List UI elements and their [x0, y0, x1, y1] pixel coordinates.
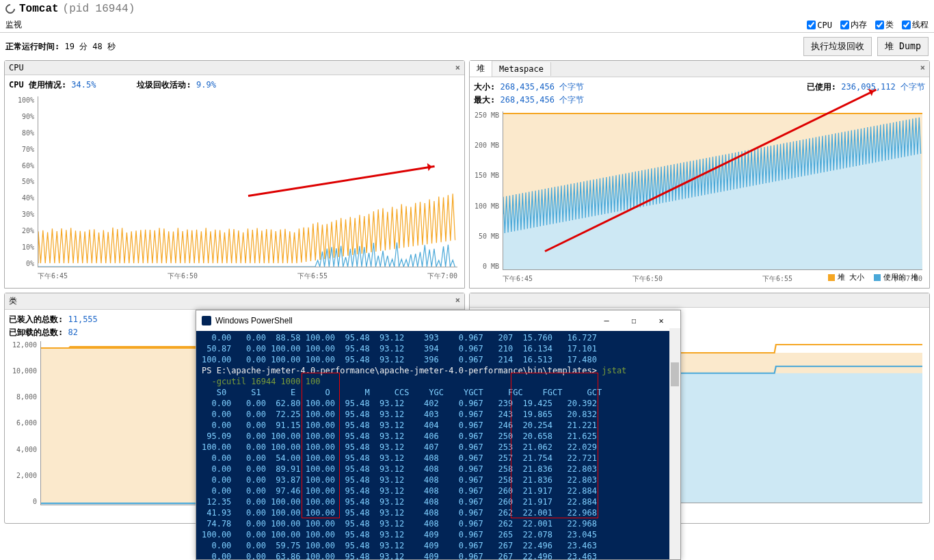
checkbox-class[interactable]: 类 — [875, 19, 894, 31]
info-bar: 正常运行时间: 19 分 48 秒 执行垃圾回收 堆 Dump — [0, 33, 934, 60]
powershell-window[interactable]: Windows PowerShell — ☐ ✕ 0.00 0.00 88.58… — [196, 310, 681, 560]
checkbox-mem[interactable]: 内存 — [840, 19, 867, 31]
cpu-title: CPU — [9, 63, 24, 72]
maximize-button[interactable]: ☐ — [620, 313, 648, 328]
checkbox-thread[interactable]: 线程 — [902, 19, 929, 31]
menu-monitor[interactable]: 监视 — [5, 19, 22, 31]
powershell-title-text: Windows PowerShell — [215, 316, 293, 325]
heap-chart: 250 MB200 MB150 MB100 MB50 MB0 MB 下午6:45… — [474, 111, 925, 284]
scrollbar-thumb[interactable] — [671, 362, 679, 386]
tab-heap[interactable]: 堆 — [470, 61, 492, 77]
close-button[interactable]: ✕ — [648, 313, 675, 328]
checkbox-cpu[interactable]: CPU — [807, 19, 832, 31]
powershell-titlebar[interactable]: Windows PowerShell — ☐ ✕ — [196, 310, 680, 331]
powershell-icon — [202, 316, 211, 325]
loading-icon — [3, 2, 17, 16]
minimize-button[interactable]: — — [593, 313, 620, 328]
dump-button[interactable]: 堆 Dump — [877, 37, 929, 56]
powershell-body[interactable]: 0.00 0.00 88.58 100.00 95.48 93.12 393 0… — [196, 331, 680, 560]
cpu-chart: 100%90%80%70%60%50%40%30%20%10%0% 下午6:45… — [9, 96, 460, 281]
cpu-panel: CPU × CPU 使用情况: 34.5% 垃圾回收活动: 9.9% 100%9… — [4, 60, 465, 289]
window-title: Tomcat (pid 16944) — [0, 0, 934, 18]
menu-bar: 监视 CPU 内存 类 线程 — [0, 18, 934, 33]
close-icon[interactable]: × — [455, 63, 460, 72]
tab-metaspace[interactable]: Metaspace — [492, 62, 551, 76]
heap-panel: 堆 Metaspace × 大小: 268,435,456 个字节 最大: 26… — [469, 60, 930, 289]
close-icon[interactable]: × — [455, 295, 460, 307]
legend-heap-used: 使用的 堆 — [874, 272, 918, 282]
pid-text: (pid 16944) — [63, 3, 135, 15]
legend-heap-size: 堆 大小 — [828, 272, 865, 282]
scrollbar[interactable] — [669, 328, 680, 559]
app-name: Tomcat — [19, 3, 59, 15]
gc-button[interactable]: 执行垃圾回收 — [803, 37, 872, 56]
close-icon[interactable]: × — [916, 61, 929, 77]
